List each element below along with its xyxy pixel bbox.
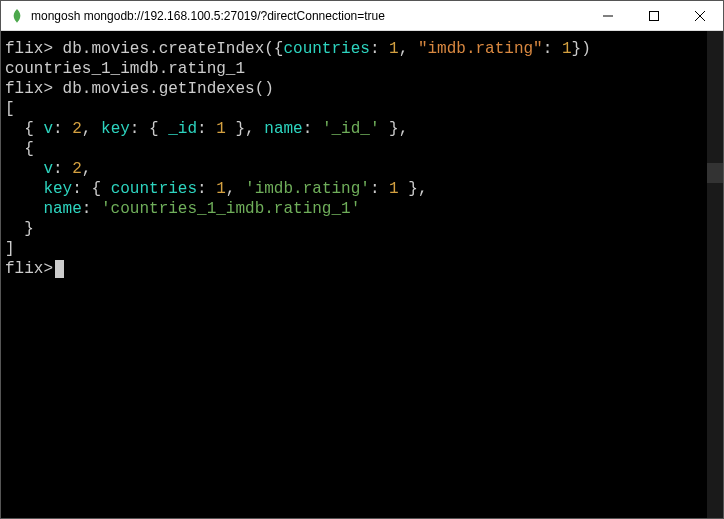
window-controls [585, 1, 723, 30]
terminal-area[interactable]: flix> db.movies.createIndex({countries: … [1, 31, 723, 518]
terminal-line: key: { countries: 1, 'imdb.rating': 1 }, [5, 179, 719, 199]
terminal-line: } [5, 219, 719, 239]
window-titlebar: mongosh mongodb://192.168.100.5:27019/?d… [1, 1, 723, 31]
svg-rect-1 [650, 11, 659, 20]
terminal-line: v: 2, [5, 159, 719, 179]
cursor [55, 260, 64, 278]
close-button[interactable] [677, 1, 723, 30]
window-title: mongosh mongodb://192.168.100.5:27019/?d… [31, 9, 585, 23]
terminal-line: flix> db.movies.getIndexes() [5, 79, 719, 99]
terminal-line: ] [5, 239, 719, 259]
terminal-line: countries_1_imdb.rating_1 [5, 59, 719, 79]
terminal-line: { [5, 139, 719, 159]
prompt: flix> [5, 260, 53, 278]
mongodb-leaf-icon [9, 8, 25, 24]
terminal-line: { v: 2, key: { _id: 1 }, name: '_id_' }, [5, 119, 719, 139]
prompt: flix> [5, 40, 53, 58]
terminal-line: [ [5, 99, 719, 119]
terminal-line: flix> [5, 259, 719, 279]
maximize-button[interactable] [631, 1, 677, 30]
scrollbar-thumb[interactable] [707, 163, 723, 183]
scrollbar-track[interactable] [707, 31, 723, 518]
minimize-button[interactable] [585, 1, 631, 30]
terminal-line: name: 'countries_1_imdb.rating_1' [5, 199, 719, 219]
prompt: flix> [5, 80, 53, 98]
terminal-line: flix> db.movies.createIndex({countries: … [5, 39, 719, 59]
